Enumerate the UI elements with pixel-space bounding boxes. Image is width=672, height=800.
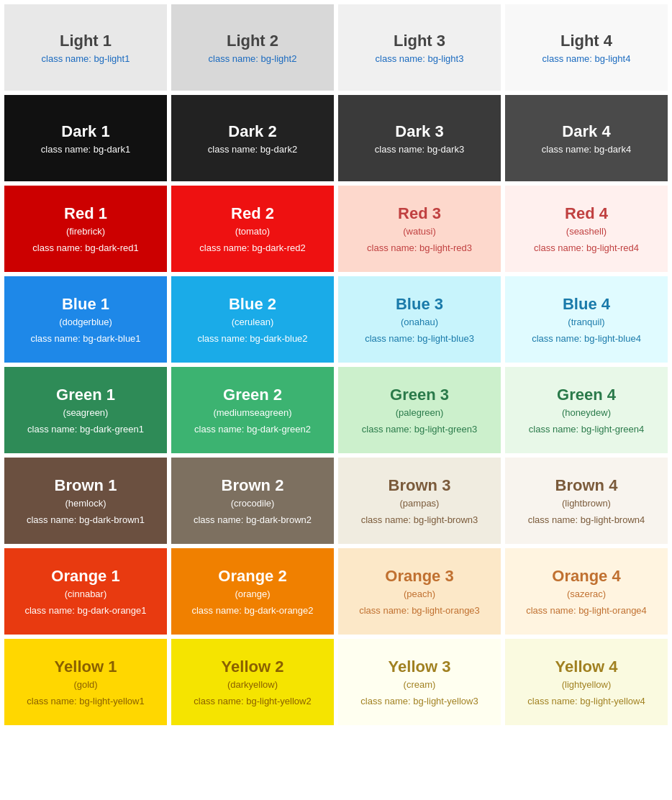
cell-classname: class name: bg-light-red4: [534, 242, 639, 253]
cell-title: Red 4: [565, 204, 608, 223]
cell-subtitle: (seashell): [566, 226, 607, 237]
cell-classname: class name: bg-light1: [42, 53, 130, 64]
cell-title: Orange 4: [552, 567, 620, 586]
cell-title: Dark 2: [228, 122, 276, 141]
cell-title: Red 2: [231, 204, 274, 223]
cell-title: Light 1: [60, 32, 112, 50]
cell-classname: class name: bg-light-blue3: [365, 333, 474, 344]
cell-subtitle: (lightyellow): [562, 679, 612, 690]
cell-title: Green 3: [390, 386, 449, 404]
color-cell-blue1: Blue 1(dodgerblue)class name: bg-dark-bl…: [4, 276, 167, 363]
cell-classname: class name: bg-dark-blue2: [197, 333, 307, 344]
color-cell-dark3: Dark 3class name: bg-dark3: [338, 95, 501, 181]
cell-classname: class name: bg-dark2: [208, 144, 297, 155]
color-cell-brown1: Brown 1(hemlock)class name: bg-dark-brow…: [4, 458, 167, 544]
cell-classname: class name: bg-dark4: [542, 144, 631, 155]
cell-classname: class name: bg-light-brown4: [528, 514, 645, 525]
color-cell-yellow2: Yellow 2(darkyellow)class name: bg-light…: [171, 639, 334, 725]
cell-subtitle: (peach): [404, 588, 435, 599]
cell-classname: class name: bg-light-brown3: [361, 514, 478, 525]
color-cell-green3: Green 3(palegreen)class name: bg-light-g…: [338, 367, 501, 453]
cell-title: Blue 4: [563, 295, 610, 314]
cell-subtitle: (gold): [73, 679, 97, 690]
cell-title: Brown 2: [222, 476, 284, 495]
cell-classname: class name: bg-dark-orange1: [24, 605, 146, 616]
color-cell-green4: Green 4(honeydew)class name: bg-light-gr…: [505, 367, 668, 453]
cell-classname: class name: bg-dark-green2: [194, 424, 311, 435]
color-cell-orange2: Orange 2(orange)class name: bg-dark-oran…: [171, 548, 334, 635]
cell-title: Orange 1: [51, 567, 119, 586]
cell-classname: class name: bg-light-yellow4: [527, 696, 645, 706]
cell-classname: class name: bg-dark-orange2: [191, 605, 313, 616]
cell-title: Yellow 1: [55, 658, 117, 676]
cell-classname: class name: bg-light-green4: [529, 424, 644, 435]
cell-classname: class name: bg-dark3: [375, 144, 464, 155]
cell-classname: class name: bg-light-green3: [362, 424, 477, 435]
cell-subtitle: (mediumseagreen): [213, 407, 291, 418]
color-cell-red3: Red 3(watusi)class name: bg-light-red3: [338, 186, 501, 272]
cell-subtitle: (crocodile): [231, 498, 275, 509]
color-cell-light3: Light 3class name: bg-light3: [338, 4, 501, 91]
cell-subtitle: (tomato): [235, 226, 270, 237]
color-cell-light4: Light 4class name: bg-light4: [505, 4, 668, 91]
color-cell-green1: Green 1(seagreen)class name: bg-dark-gre…: [4, 367, 167, 453]
color-cell-dark4: Dark 4class name: bg-dark4: [505, 95, 668, 181]
cell-classname: class name: bg-light2: [209, 53, 297, 64]
cell-subtitle: (tranquil): [568, 317, 604, 327]
cell-title: Brown 3: [389, 476, 451, 495]
cell-title: Yellow 2: [222, 658, 284, 676]
color-cell-green2: Green 2(mediumseagreen)class name: bg-da…: [171, 367, 334, 453]
cell-title: Orange 2: [218, 567, 286, 586]
cell-title: Blue 2: [229, 295, 276, 314]
color-cell-orange4: Orange 4(sazerac)class name: bg-light-or…: [505, 548, 668, 635]
cell-classname: class name: bg-dark-brown1: [27, 514, 145, 525]
cell-subtitle: (sazerac): [567, 588, 606, 599]
cell-title: Blue 1: [62, 295, 109, 314]
color-cell-yellow4: Yellow 4(lightyellow)class name: bg-ligh…: [505, 639, 668, 725]
cell-classname: class name: bg-dark-red1: [32, 242, 138, 253]
color-cell-dark2: Dark 2class name: bg-dark2: [171, 95, 334, 181]
cell-classname: class name: bg-light-yellow1: [27, 696, 144, 706]
cell-subtitle: (hemlock): [65, 498, 106, 509]
cell-classname: class name: bg-dark-green1: [27, 424, 144, 435]
cell-subtitle: (onahau): [401, 317, 438, 327]
cell-classname: class name: bg-dark1: [41, 144, 130, 155]
color-cell-brown4: Brown 4(lightbrown)class name: bg-light-…: [505, 458, 668, 544]
cell-classname: class name: bg-light-yellow2: [194, 696, 311, 706]
cell-title: Green 1: [56, 386, 115, 404]
cell-title: Dark 1: [61, 122, 109, 141]
color-cell-yellow3: Yellow 3(cream)class name: bg-light-yell…: [338, 639, 501, 725]
cell-title: Red 1: [64, 204, 107, 223]
cell-subtitle: (firebrick): [66, 226, 105, 237]
cell-title: Dark 3: [395, 122, 443, 141]
cell-title: Brown 1: [55, 476, 117, 495]
cell-classname: class name: bg-dark-brown2: [194, 514, 312, 525]
color-cell-red4: Red 4(seashell)class name: bg-light-red4: [505, 186, 668, 272]
color-cell-brown2: Brown 2(crocodile)class name: bg-dark-br…: [171, 458, 334, 544]
cell-title: Light 4: [560, 32, 612, 50]
cell-subtitle: (honeydew): [562, 407, 611, 418]
cell-subtitle: (pampas): [400, 498, 440, 509]
cell-title: Orange 3: [385, 567, 453, 586]
cell-title: Dark 4: [562, 122, 610, 141]
cell-title: Yellow 4: [555, 658, 618, 676]
cell-subtitle: (cream): [404, 679, 436, 690]
cell-classname: class name: bg-light-blue4: [532, 333, 641, 344]
cell-title: Light 3: [394, 32, 445, 50]
color-cell-brown3: Brown 3(pampas)class name: bg-light-brow…: [338, 458, 501, 544]
color-cell-red1: Red 1(firebrick)class name: bg-dark-red1: [4, 186, 167, 272]
cell-subtitle: (cinnabar): [65, 588, 107, 599]
cell-subtitle: (darkyellow): [227, 679, 278, 690]
color-cell-light2: Light 2class name: bg-light2: [171, 4, 334, 91]
color-cell-orange3: Orange 3(peach)class name: bg-light-oran…: [338, 548, 501, 635]
cell-classname: class name: bg-light3: [376, 53, 464, 64]
color-cell-blue3: Blue 3(onahau)class name: bg-light-blue3: [338, 276, 501, 363]
color-cell-light1: Light 1class name: bg-light1: [4, 4, 167, 91]
cell-classname: class name: bg-dark-blue1: [30, 333, 140, 344]
cell-subtitle: (seagreen): [63, 407, 109, 418]
color-cell-dark1: Dark 1class name: bg-dark1: [4, 95, 167, 181]
color-grid: Light 1class name: bg-light1Light 2class…: [0, 0, 672, 729]
cell-classname: class name: bg-light-yellow3: [360, 696, 478, 706]
cell-title: Green 4: [557, 386, 616, 404]
cell-title: Brown 4: [555, 476, 618, 495]
